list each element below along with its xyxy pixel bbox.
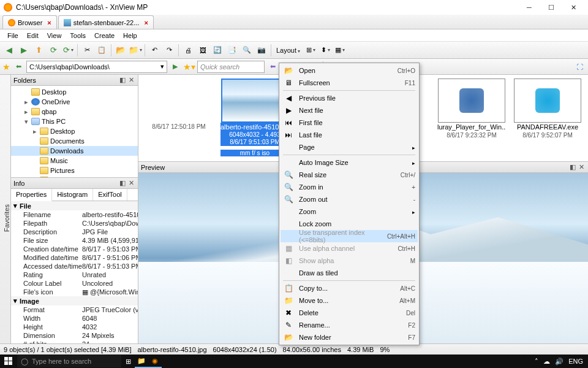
path-go-button[interactable]: ▶: [169, 61, 181, 73]
history-back-button[interactable]: ⬅: [12, 61, 24, 73]
menu-item[interactable]: 📂New folderF7: [281, 331, 418, 343]
menu-item[interactable]: Page: [281, 141, 418, 153]
back-button[interactable]: ◀: [2, 44, 16, 57]
cut-button[interactable]: ✂: [80, 44, 94, 57]
task-view-button[interactable]: ⊞: [121, 355, 135, 368]
sidebar-tab-favorites[interactable]: Favorites: [3, 204, 10, 232]
view-mode-button[interactable]: ⊞: [304, 44, 317, 57]
menu-help[interactable]: Help: [119, 31, 141, 40]
menu-edit[interactable]: Edit: [23, 31, 42, 40]
pane-close-button[interactable]: ✕: [577, 163, 586, 171]
up-button[interactable]: ⬆: [32, 44, 45, 57]
open-dropdown[interactable]: 📁: [129, 44, 142, 57]
menu-item[interactable]: Zoom: [281, 205, 418, 218]
tray-language[interactable]: ENG: [568, 358, 583, 365]
info-tab-exiftool[interactable]: ExifTool: [93, 189, 127, 201]
open-button[interactable]: 📂: [114, 44, 127, 57]
info-tab-properties[interactable]: Properties: [11, 189, 52, 201]
taskbar-search[interactable]: ◯ Type here to search: [17, 355, 121, 367]
tree-twisty-icon[interactable]: ▾: [23, 118, 29, 126]
batch-convert-button[interactable]: 🔄: [211, 44, 224, 57]
tree-twisty-icon[interactable]: ▸: [32, 128, 38, 136]
batch-rename-button[interactable]: 📑: [225, 44, 239, 57]
menu-item[interactable]: ✖DeleteDel: [281, 307, 418, 319]
rotate-left-button[interactable]: ↶: [148, 44, 161, 57]
quick-search-input[interactable]: Quick search: [197, 61, 265, 73]
tray-chevron-icon[interactable]: ˄: [535, 358, 538, 366]
menu-item[interactable]: ▶Next file: [281, 104, 418, 117]
menu-item[interactable]: Auto Image Size: [281, 156, 418, 169]
copy-button[interactable]: 📋: [95, 44, 108, 57]
compare-button[interactable]: 🖼: [196, 44, 209, 57]
tab-close-icon[interactable]: ×: [47, 19, 51, 26]
tray-volume-icon[interactable]: 🔊: [555, 358, 564, 366]
folder-node[interactable]: Documents: [11, 136, 138, 146]
menu-item[interactable]: 📁Move to...Alt+M: [281, 294, 418, 307]
menu-create[interactable]: Create: [91, 31, 118, 40]
taskbar-app-xnview[interactable]: ◉: [148, 355, 162, 368]
menu-item[interactable]: ◀Previous file: [281, 92, 418, 104]
menu-item[interactable]: 📋Copy to...Alt+C: [281, 282, 418, 294]
capture-button[interactable]: 📷: [255, 44, 268, 57]
tab-image[interactable]: stefan-stenbauer-22... ×: [58, 15, 154, 29]
tray-onedrive-icon[interactable]: ☁: [543, 358, 550, 366]
pane-float-button[interactable]: ◧: [118, 179, 127, 187]
property-group[interactable]: ▾ Image: [11, 296, 138, 305]
pane-close-button[interactable]: ✕: [127, 76, 135, 84]
folder-node[interactable]: ▸qbap: [11, 107, 138, 117]
menu-file[interactable]: File: [4, 31, 22, 40]
taskbar-app-explorer[interactable]: 📁: [135, 355, 148, 368]
menu-item[interactable]: ⏮First file: [281, 117, 418, 129]
forward-button[interactable]: ▶: [17, 44, 31, 57]
sort-button[interactable]: ⬍: [318, 44, 332, 57]
print-button[interactable]: 🖨: [181, 44, 195, 57]
folder-node[interactable]: Desktop: [11, 87, 138, 97]
tree-twisty-icon[interactable]: ▸: [23, 98, 29, 106]
folder-tree[interactable]: Desktop▸OneDrive▸qbap▾This PC▸DesktopDoc…: [11, 86, 138, 178]
rotate-right-button[interactable]: ↷: [162, 44, 176, 57]
pane-float-button[interactable]: ◧: [118, 76, 127, 84]
folder-node[interactable]: ▾This PC: [11, 117, 138, 126]
folder-node[interactable]: ▸OneDrive: [11, 97, 138, 107]
tab-browser[interactable]: Browser ×: [2, 15, 57, 29]
search-button[interactable]: 🔍: [240, 44, 254, 57]
menu-tools[interactable]: Tools: [66, 31, 89, 40]
thumbnail-item[interactable]: 8/6/17 12:50:18 PM: [142, 79, 216, 158]
pane-float-button[interactable]: ◧: [568, 163, 577, 171]
menu-item[interactable]: 🔍Real sizeCtrl+/: [281, 169, 418, 181]
menu-item[interactable]: Draw as tiled: [281, 267, 418, 279]
menu-item[interactable]: 🔍Zoom in+: [281, 181, 418, 193]
thumbnail-item[interactable]: luray_Player_for_Win...8/6/17 9:23:32 PM: [435, 79, 508, 158]
menu-item[interactable]: 🖥FullscreenF11: [281, 77, 418, 89]
property-group[interactable]: ▾ File: [11, 201, 138, 210]
menu-item[interactable]: Lock zoom: [281, 218, 418, 230]
menu-item[interactable]: ✎Rename...F2: [281, 319, 418, 331]
refresh-button[interactable]: ⟳: [47, 44, 60, 57]
favorite-icon[interactable]: ★: [2, 62, 10, 72]
folder-node[interactable]: Music: [11, 156, 138, 166]
menu-view[interactable]: View: [43, 31, 66, 40]
thumbnail-button[interactable]: ▦: [333, 44, 347, 57]
menu-item[interactable]: 🔍Zoom out-: [281, 193, 418, 205]
path-field[interactable]: C:\Users\qbap\Downloads\▾: [26, 61, 167, 73]
properties-list[interactable]: ▾ FileFilenamealberto-restifo-4510.jFile…: [11, 201, 138, 343]
info-tab-histogram[interactable]: Histogram: [52, 189, 93, 201]
thumbnail-item[interactable]: PANDAFREEAV.exe8/6/17 9:52:07 PM: [511, 79, 584, 158]
tab-close-icon[interactable]: ×: [144, 19, 148, 26]
layout-dropdown[interactable]: Layout: [274, 47, 303, 54]
pane-close-button[interactable]: ✕: [127, 179, 135, 187]
maximize-button[interactable]: ☐: [540, 0, 562, 15]
nav-prev-button[interactable]: ⬅: [266, 61, 279, 73]
minimize-button[interactable]: ─: [518, 0, 540, 15]
bookmark-icon[interactable]: ★▾: [183, 62, 195, 72]
fullscreen-toggle-button[interactable]: ⛶: [573, 61, 586, 73]
folder-node[interactable]: ▸Desktop: [11, 126, 138, 136]
folder-node[interactable]: Downloads: [11, 146, 138, 156]
tree-twisty-icon[interactable]: ▸: [23, 108, 29, 116]
menu-item[interactable]: 📂OpenCtrl+O: [281, 64, 418, 77]
menu-item[interactable]: ⏭Last file: [281, 129, 418, 141]
start-button[interactable]: [0, 355, 17, 368]
refresh-dropdown[interactable]: ⟳: [61, 44, 75, 57]
close-button[interactable]: ✕: [562, 0, 584, 15]
folder-node[interactable]: Pictures: [11, 166, 138, 175]
